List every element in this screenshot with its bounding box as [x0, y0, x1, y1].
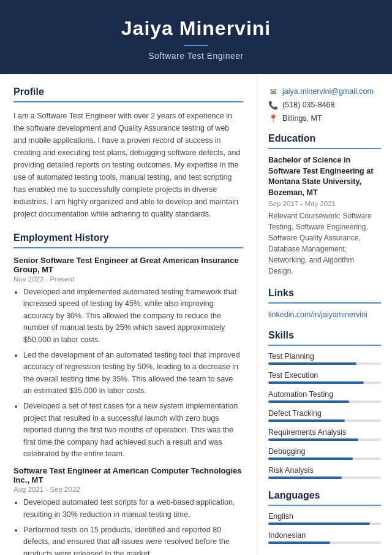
- skill-bar-fill: [268, 457, 353, 460]
- lang-label: Indonesian: [268, 531, 381, 540]
- employment-title: Employment History: [13, 232, 243, 243]
- job-item: Software Test Engineer at American Compu…: [13, 466, 243, 555]
- candidate-name: Jaiya Minervini: [12, 17, 380, 40]
- profile-text: I am a Software Test Engineer with over …: [13, 110, 243, 220]
- phone-icon: 📞: [268, 100, 278, 110]
- email-icon: ✉: [268, 86, 278, 96]
- skill-label: Debugging: [268, 447, 381, 456]
- header-divider: [184, 45, 208, 46]
- contact-email: ✉ jaiya.minervini@gmail.com: [268, 86, 381, 96]
- links-divider: [268, 302, 381, 304]
- lang-label: English: [268, 512, 381, 521]
- link-item: linkedin.com/in/jaiyaminervini: [268, 310, 381, 319]
- job-bullets-2: Developed automated test scripts for a w…: [13, 497, 243, 555]
- left-column: Profile I am a Software Test Engineer wi…: [0, 74, 257, 555]
- education-section: Education Bachelor of Science in Softwar…: [268, 133, 381, 277]
- job-item: Senior Software Test Engineer at Great A…: [13, 256, 243, 460]
- skill-item: Requirements Analysis: [268, 428, 381, 441]
- skill-bar-bg: [268, 400, 381, 403]
- skill-item: Test Execution: [268, 371, 381, 384]
- edu-date: Sep 2017 - May 2021: [268, 200, 381, 207]
- skill-item: Defect Tracking: [268, 409, 381, 422]
- languages-divider: [268, 505, 381, 506]
- skill-item: Risk Analysis: [268, 466, 381, 479]
- skill-bar-bg: [268, 457, 381, 460]
- education-title: Education: [268, 133, 381, 144]
- skill-item: Debugging: [268, 447, 381, 460]
- skill-label: Test Planning: [268, 352, 381, 361]
- location-icon: 📍: [268, 113, 278, 123]
- skills-section: Skills Test Planning Test Execution Auto…: [268, 330, 381, 479]
- skills-list: Test Planning Test Execution Automation …: [268, 352, 381, 479]
- bullet-item: Developed and implemented automated test…: [23, 286, 243, 346]
- skill-bar-fill: [268, 400, 349, 403]
- linkedin-link[interactable]: linkedin.com/in/jaiyaminervini: [268, 310, 368, 319]
- phone-text: (518) 035-8468: [282, 101, 334, 109]
- skill-bar-bg: [268, 477, 381, 479]
- skill-item: Automation Testing: [268, 390, 381, 403]
- skill-bar-bg: [268, 419, 381, 422]
- job-title-2: Software Test Engineer at American Compu…: [13, 466, 243, 484]
- location-text: Billings, MT: [282, 114, 322, 123]
- links-title: Links: [268, 288, 381, 299]
- job-date-2: Aug 2021 - Sep 2022: [13, 486, 243, 493]
- languages-list: English Indonesian: [268, 512, 381, 544]
- bullet-item: Developed a set of test cases for a new …: [23, 400, 243, 460]
- lang-bar-bg: [268, 542, 381, 544]
- skill-label: Test Execution: [268, 371, 381, 380]
- lang-bar-bg: [268, 522, 381, 525]
- skills-title: Skills: [268, 330, 381, 341]
- languages-section: Languages English Indonesian: [268, 490, 381, 544]
- resume-header: Jaiya Minervini Software Test Engineer: [0, 0, 392, 74]
- edu-degree: Bachelor of Science in Software Test Eng…: [268, 155, 381, 198]
- skill-bar-fill: [268, 362, 356, 365]
- bullet-item: Performed tests on 15 products, identifi…: [23, 524, 243, 555]
- resume-body: Profile I am a Software Test Engineer wi…: [0, 74, 392, 555]
- skill-label: Defect Tracking: [268, 409, 381, 418]
- job-title-1: Senior Software Test Engineer at Great A…: [13, 256, 243, 274]
- skill-label: Automation Testing: [268, 390, 381, 399]
- email-link[interactable]: jaiya.minervini@gmail.com: [282, 87, 374, 96]
- contact-phone: 📞 (518) 035-8468: [268, 100, 381, 110]
- skills-divider: [268, 345, 381, 346]
- language-item: Indonesian: [268, 531, 381, 544]
- skill-item: Test Planning: [268, 352, 381, 365]
- profile-section: Profile I am a Software Test Engineer wi…: [13, 86, 243, 220]
- skill-bar-bg: [268, 438, 381, 441]
- edu-coursework: Relevant Coursework: Software Testing, S…: [268, 210, 381, 277]
- lang-bar-fill: [268, 522, 370, 525]
- skill-bar-fill: [268, 477, 342, 479]
- language-item: English: [268, 512, 381, 525]
- employment-divider: [13, 247, 243, 248]
- profile-divider: [13, 101, 243, 102]
- links-section: Links linkedin.com/in/jaiyaminervini: [268, 288, 381, 319]
- education-divider: [268, 148, 381, 149]
- contact-location: 📍 Billings, MT: [268, 113, 381, 123]
- skill-label: Requirements Analysis: [268, 428, 381, 437]
- candidate-title: Software Test Engineer: [12, 51, 380, 61]
- skill-bar-bg: [268, 381, 381, 384]
- contact-section: ✉ jaiya.minervini@gmail.com 📞 (518) 035-…: [268, 86, 381, 123]
- skill-label: Risk Analysis: [268, 466, 381, 475]
- lang-bar-fill: [268, 542, 330, 544]
- skill-bar-fill: [268, 381, 364, 384]
- profile-title: Profile: [13, 86, 243, 98]
- skill-bar-bg: [268, 362, 381, 365]
- languages-title: Languages: [268, 490, 381, 501]
- skill-bar-fill: [268, 438, 358, 441]
- job-date-1: Nov 2022 - Present: [13, 275, 243, 283]
- right-column: ✉ jaiya.minervini@gmail.com 📞 (518) 035-…: [257, 74, 392, 555]
- employment-section: Employment History Senior Software Test …: [13, 232, 243, 555]
- job-bullets-1: Developed and implemented automated test…: [13, 286, 243, 460]
- skill-bar-fill: [268, 419, 345, 422]
- bullet-item: Led the development of an automated test…: [23, 350, 243, 397]
- bullet-item: Developed automated test scripts for a w…: [23, 497, 243, 521]
